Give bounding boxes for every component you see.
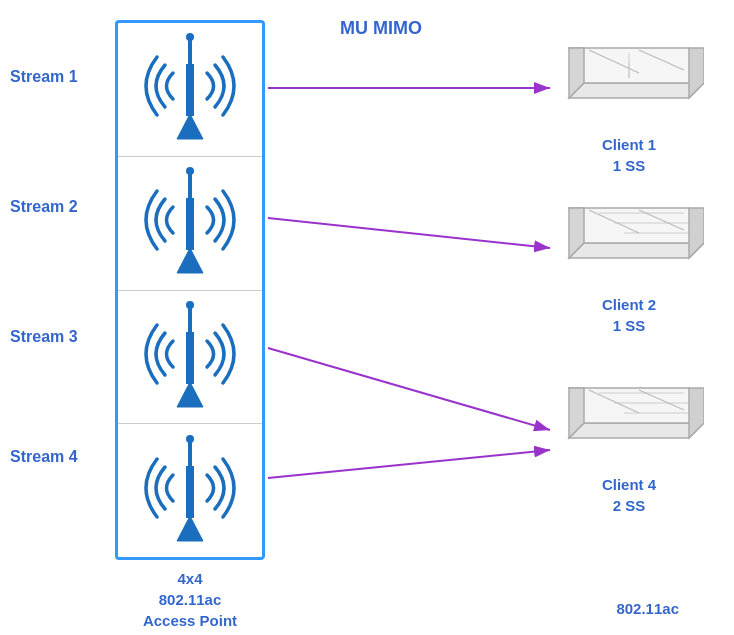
svg-point-11 — [186, 301, 194, 309]
svg-marker-0 — [177, 114, 203, 139]
mu-mimo-label: MU MIMO — [340, 18, 422, 39]
svg-line-18 — [268, 218, 550, 248]
stream-4-label: Stream 4 — [10, 448, 78, 466]
ap-label: 4x4 802.11ac Access Point — [115, 568, 265, 631]
antenna-cell-1 — [118, 23, 262, 157]
stream-1-label: Stream 1 — [10, 68, 78, 86]
svg-marker-27 — [689, 48, 704, 98]
client-1-group: Client 1 1 SS — [554, 28, 704, 176]
antenna-cell-2 — [118, 157, 262, 291]
client-4-label: Client 4 2 SS — [602, 474, 656, 516]
bottom-right-label: 802.11ac — [616, 600, 679, 617]
svg-marker-36 — [689, 208, 704, 258]
client-2-group: Client 2 1 SS — [554, 188, 704, 336]
client-1-device-icon — [554, 28, 704, 128]
stream-2-label: Stream 2 — [10, 198, 78, 216]
client-4-group: Client 4 2 SS — [554, 368, 704, 516]
svg-line-20 — [268, 450, 550, 478]
svg-rect-13 — [186, 466, 194, 518]
client-2-label: Client 2 1 SS — [602, 294, 656, 336]
svg-point-15 — [186, 435, 194, 443]
svg-rect-1 — [186, 64, 194, 116]
svg-marker-22 — [569, 48, 704, 83]
svg-marker-4 — [177, 248, 203, 273]
client-1-label: Client 1 1 SS — [602, 134, 656, 176]
antenna-cell-3 — [118, 291, 262, 425]
svg-marker-8 — [177, 382, 203, 407]
client-4-device-icon — [554, 368, 704, 468]
svg-line-19 — [268, 348, 550, 430]
client-2-device-icon — [554, 188, 704, 288]
svg-marker-39 — [569, 423, 704, 438]
svg-marker-45 — [689, 388, 704, 438]
svg-point-7 — [186, 167, 194, 175]
diagram: MU MIMO Stream 1 Stream 2 Stream 3 Strea… — [0, 0, 734, 635]
svg-rect-5 — [186, 198, 194, 250]
svg-marker-21 — [569, 83, 704, 98]
access-point-box — [115, 20, 265, 560]
antenna-cell-4 — [118, 424, 262, 557]
svg-marker-30 — [569, 243, 704, 258]
svg-marker-12 — [177, 516, 203, 541]
svg-rect-9 — [186, 332, 194, 384]
svg-point-3 — [186, 33, 194, 41]
stream-3-label: Stream 3 — [10, 328, 78, 346]
